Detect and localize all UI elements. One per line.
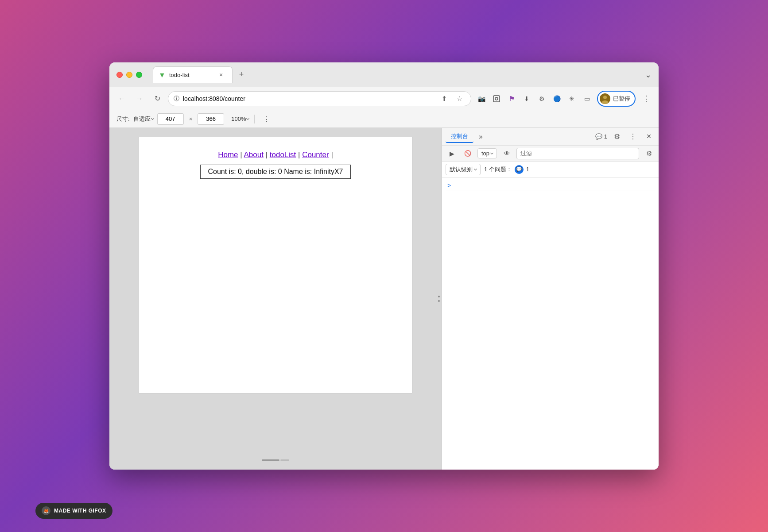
devtools-tab-console-label: 控制台 bbox=[451, 133, 468, 139]
width-input[interactable] bbox=[157, 113, 184, 125]
nav-link-about[interactable]: About bbox=[244, 150, 263, 159]
page-scroll-indicator bbox=[262, 459, 289, 461]
play-icon: ▶ bbox=[450, 150, 454, 157]
devtools-header: 控制台 » 💬 1 ⚙ ⋮ × bbox=[442, 128, 659, 146]
share-button[interactable]: ⬆ bbox=[438, 93, 450, 105]
context-chevron bbox=[490, 151, 493, 154]
sparkle-extension-button[interactable]: ⚙ bbox=[535, 92, 548, 105]
avatar-image bbox=[600, 93, 610, 104]
nav-link-todolist[interactable]: todoList bbox=[270, 150, 296, 159]
nav-bar: ← → ↻ ⓘ localhost:8080/counter ⬆ ☆ 📷 bbox=[109, 87, 659, 110]
refresh-button[interactable]: ↻ bbox=[150, 92, 164, 106]
profile-button[interactable]: 已暂停 bbox=[597, 91, 636, 107]
issues-badge: 1 个问题： 💬 1 bbox=[484, 165, 529, 174]
nav-link-home[interactable]: Home bbox=[218, 150, 238, 159]
resize-dot bbox=[438, 300, 440, 302]
download-extension-button[interactable]: ⬇ bbox=[520, 92, 533, 105]
context-label: top bbox=[481, 150, 489, 157]
issue-icon: 💬 bbox=[515, 165, 524, 174]
zoom-dropdown[interactable]: 100% bbox=[231, 116, 249, 122]
tab-more-button[interactable]: ⌄ bbox=[645, 70, 652, 80]
feather-extension-button[interactable]: ⚑ bbox=[505, 92, 518, 105]
size-separator: × bbox=[189, 116, 193, 122]
page-nav-links: Home | About | todoList | Counter | bbox=[218, 150, 333, 159]
back-button[interactable]: ← bbox=[115, 92, 129, 106]
size-preset-dropdown[interactable]: 自适应 bbox=[133, 115, 154, 123]
circle-extension-button[interactable]: 🔵 bbox=[550, 92, 563, 105]
forward-icon: → bbox=[136, 95, 143, 103]
settings-icon bbox=[493, 95, 500, 103]
devtools-toolbar: ▶ 🚫 top 👁 ⚙ bbox=[442, 146, 659, 162]
bookmark-button[interactable]: ☆ bbox=[453, 93, 465, 105]
sidebar-button[interactable]: ▭ bbox=[580, 92, 593, 105]
console-play-button[interactable]: ▶ bbox=[446, 147, 458, 160]
profile-avatar bbox=[600, 93, 610, 104]
puzzle-extension-button[interactable]: ✳ bbox=[565, 92, 578, 105]
devtools-level-row: 默认级别 1 个问题： 💬 1 bbox=[442, 162, 659, 177]
tab-close-button[interactable]: × bbox=[217, 71, 225, 79]
window-controls bbox=[116, 72, 142, 78]
devtools-settings-button[interactable]: ⚙ bbox=[611, 131, 623, 143]
toolbar-more-button[interactable]: ⋮ bbox=[260, 113, 272, 125]
new-tab-button[interactable]: + bbox=[234, 68, 248, 82]
devtools-more-button[interactable]: ⋮ bbox=[627, 131, 639, 143]
resize-dot bbox=[438, 296, 440, 297]
settings-extension-button[interactable] bbox=[490, 92, 503, 105]
toolbar-row: 尺寸: 自适应 × 100% ⋮ bbox=[109, 110, 659, 128]
context-dropdown[interactable]: top bbox=[477, 148, 497, 158]
size-label: 尺寸: bbox=[116, 115, 130, 123]
browser-window: ▼ todo-list × + ⌄ ← → ↻ ⓘ localhost:8080… bbox=[109, 62, 659, 470]
console-settings-icon: ⚙ bbox=[646, 150, 652, 158]
console-stop-button[interactable]: 🚫 bbox=[462, 147, 474, 160]
tab-bar: ▼ todo-list × + ⌄ bbox=[153, 66, 652, 83]
page-content-frame: Home | About | todoList | Counter | Coun… bbox=[138, 137, 413, 393]
address-bar[interactable]: ⓘ localhost:8080/counter ⬆ ☆ bbox=[168, 91, 471, 106]
main-area: Home | About | todoList | Counter | Coun… bbox=[109, 128, 659, 470]
message-count: 1 bbox=[604, 133, 607, 140]
devtools-tab-more[interactable]: » bbox=[475, 131, 486, 143]
size-preset-chevron bbox=[151, 116, 154, 120]
height-input[interactable] bbox=[198, 113, 224, 125]
devtools-console: > bbox=[442, 177, 659, 470]
devtools-panel: 控制台 » 💬 1 ⚙ ⋮ × ▶ � bbox=[442, 128, 659, 470]
issue-message-icon: 💬 bbox=[516, 166, 522, 172]
browser-tab-active[interactable]: ▼ todo-list × bbox=[153, 66, 233, 83]
console-prompt[interactable]: > bbox=[447, 182, 451, 189]
zoom-chevron bbox=[246, 116, 249, 120]
svg-point-4 bbox=[602, 100, 608, 104]
nav-extensions: 📷 ⚑ ⬇ ⚙ 🔵 ✳ ▭ bbox=[475, 92, 593, 105]
log-level-dropdown[interactable]: 默认级别 bbox=[446, 164, 481, 175]
maximize-window-button[interactable] bbox=[136, 72, 142, 78]
browser-menu-button[interactable]: ⋮ bbox=[639, 92, 653, 106]
forward-button[interactable]: → bbox=[132, 92, 147, 106]
log-level-label: 默认级别 bbox=[450, 166, 473, 173]
minimize-window-button[interactable] bbox=[126, 72, 132, 78]
camera-extension-button[interactable]: 📷 bbox=[475, 92, 488, 105]
back-icon: ← bbox=[118, 95, 125, 103]
nav-link-counter[interactable]: Counter bbox=[302, 150, 329, 159]
page-nav-row: Home | About | todoList | Counter | bbox=[152, 150, 399, 159]
tab-favicon: ▼ bbox=[159, 71, 166, 78]
devtools-tab-console[interactable]: 控制台 bbox=[446, 131, 473, 143]
close-window-button[interactable] bbox=[116, 72, 123, 78]
devtools-close-button[interactable]: × bbox=[643, 131, 655, 143]
gifox-icon: 🦊 bbox=[42, 506, 50, 515]
size-preset-label: 自适应 bbox=[133, 115, 151, 123]
resize-handle[interactable] bbox=[436, 285, 442, 312]
gifox-label: MADE WITH GIFOX bbox=[54, 508, 106, 514]
devtools-message-badge: 💬 1 bbox=[595, 133, 607, 140]
refresh-icon: ↻ bbox=[155, 94, 160, 103]
issue-count: 1 bbox=[526, 166, 529, 173]
console-eye-button[interactable]: 👁 bbox=[500, 147, 513, 160]
console-line: > bbox=[446, 181, 655, 190]
scroll-bar-2 bbox=[280, 459, 289, 461]
security-icon: ⓘ bbox=[174, 95, 179, 103]
title-bar: ▼ todo-list × + ⌄ bbox=[109, 62, 659, 87]
tab-title: todo-list bbox=[169, 72, 190, 78]
counter-text: Count is: 0, double is: 0 Name is: Infin… bbox=[200, 165, 350, 179]
stop-icon: 🚫 bbox=[464, 150, 471, 157]
console-settings-button[interactable]: ⚙ bbox=[643, 147, 655, 160]
eye-icon: 👁 bbox=[504, 150, 510, 157]
console-filter-input[interactable] bbox=[516, 148, 639, 159]
profile-label: 已暂停 bbox=[613, 95, 630, 103]
